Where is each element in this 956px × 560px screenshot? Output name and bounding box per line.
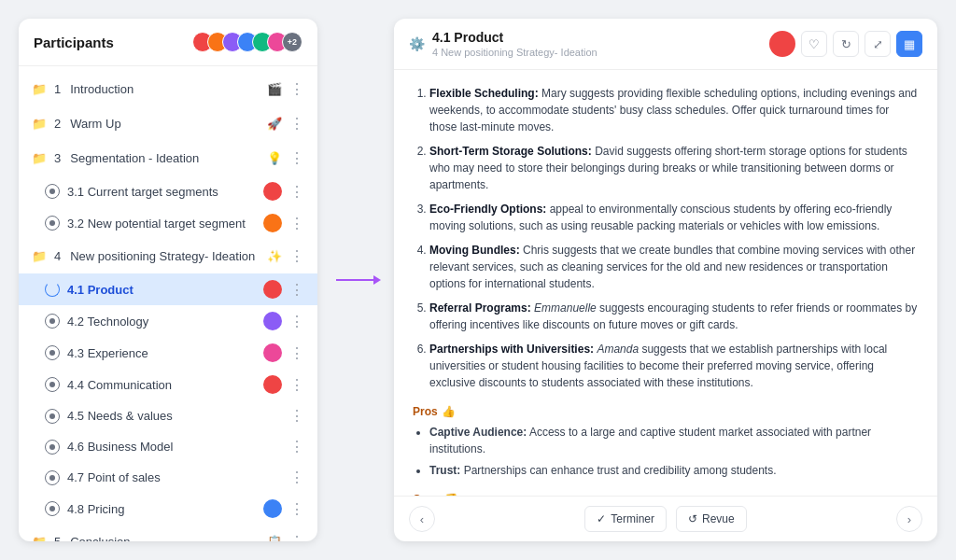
header-actions: ♡ ↻ ⤢ ▦ xyxy=(769,31,922,57)
section-menu-5[interactable]: ⋮ xyxy=(289,533,304,541)
content-title-block: 4.1 Product 4 New positioning Strategy- … xyxy=(432,30,598,58)
list-item-1: Flexible Scheduling: Mary suggests provi… xyxy=(429,85,919,135)
sub-menu-4-4[interactable]: ⋮ xyxy=(289,376,304,394)
pros-emoji: 👍 xyxy=(442,405,456,418)
sidebar-items: 📁 1 Introduction 🎬 ⋮ 📁 2 Warm Up 🚀 ⋮ 📁 3… xyxy=(19,66,317,541)
sub-icon-4-1 xyxy=(45,282,60,297)
list-item-4: Moving Bundles: Chris suggests that we c… xyxy=(429,242,919,292)
footer-actions: ✓ Terminer ↺ Revue xyxy=(584,506,746,532)
arrow-connector xyxy=(332,19,379,541)
app-container: Participants +2 📁 1 Introduction 🎬 ⋮ xyxy=(0,0,956,560)
sidebar-title: Participants xyxy=(34,35,114,50)
section-menu-1[interactable]: ⋮ xyxy=(289,80,304,98)
folder-icon-4: 📁 xyxy=(32,249,47,263)
content-title-area: ⚙️ 4.1 Product 4 New positioning Strateg… xyxy=(409,30,598,58)
sidebar-item-4-8[interactable]: 4.8 Pricing ⋮ xyxy=(19,493,317,525)
section-emoji-1: 🎬 xyxy=(267,82,282,96)
sub-icon-4-3 xyxy=(45,345,60,360)
section-number-5: 5 xyxy=(54,535,61,541)
arrow-head xyxy=(373,275,381,285)
section-number-2: 2 xyxy=(54,117,61,131)
list-item-5: Referral Programs: Emmanuelle suggests e… xyxy=(429,300,919,333)
list-item-2: Short-Term Storage Solutions: David sugg… xyxy=(429,143,919,193)
sub-menu-4-7[interactable]: ⋮ xyxy=(289,469,304,486)
folder-icon: 📁 xyxy=(32,82,47,96)
revue-button[interactable]: ↺ Revue xyxy=(676,506,747,532)
sub-label-3-1: 3.1 Current target segments xyxy=(67,185,256,199)
sub-icon-4-6 xyxy=(45,440,60,455)
item-5-bold: Referral Programs: xyxy=(429,301,531,315)
sub-menu-4-1[interactable]: ⋮ xyxy=(289,281,304,299)
footer-next-btn[interactable]: › xyxy=(896,506,922,532)
header-btn-grid[interactable]: ▦ xyxy=(896,31,922,57)
footer-prev-btn[interactable]: ‹ xyxy=(409,506,435,532)
section-emoji-4: ✨ xyxy=(267,249,282,263)
sidebar-item-4-2[interactable]: 4.2 Technology ⋮ xyxy=(19,305,317,337)
pros-1-bold: Captive Audience: xyxy=(429,426,527,439)
sidebar-section-4[interactable]: 📁 4 New positioning Strategy- Ideation ✨… xyxy=(19,239,317,273)
pros-text: Pros xyxy=(413,405,438,418)
content-subtitle: 4 New positioning Strategy- Ideation xyxy=(432,47,598,58)
sub-menu-4-6[interactable]: ⋮ xyxy=(289,438,304,455)
section-label-3: Segmentation - Ideation xyxy=(70,151,260,165)
content-icon: ⚙️ xyxy=(409,36,425,51)
sub-label-4-6: 4.6 Business Model xyxy=(67,440,282,454)
sub-icon-3-2 xyxy=(45,216,60,231)
section-number-4: 4 xyxy=(54,249,61,263)
sub-menu-4-3[interactable]: ⋮ xyxy=(289,344,304,362)
sub-menu-3-1[interactable]: ⋮ xyxy=(289,183,304,201)
section-label-2: Warm Up xyxy=(70,117,260,131)
header-btn-expand[interactable]: ⤢ xyxy=(865,31,891,57)
section-menu-3[interactable]: ⋮ xyxy=(289,149,304,167)
sidebar-item-4-3[interactable]: 4.3 Experience ⋮ xyxy=(19,337,317,369)
header-btn-heart[interactable]: ♡ xyxy=(801,31,827,57)
sidebar-item-4-7[interactable]: 4.7 Point of sales ⋮ xyxy=(19,462,317,493)
sidebar-item-4-1[interactable]: 4.1 Product ⋮ xyxy=(19,273,317,305)
content-list: Flexible Scheduling: Mary suggests provi… xyxy=(413,85,919,391)
section-menu-2[interactable]: ⋮ xyxy=(289,115,304,133)
pros-section: Pros 👍 Captive Audience: Access to a lar… xyxy=(413,402,919,479)
content-title: 4.1 Product xyxy=(432,30,598,45)
sidebar-item-3-1[interactable]: 3.1 Current target segments ⋮ xyxy=(19,175,317,207)
sub-avatar-3-1 xyxy=(263,182,282,201)
sub-icon-4-7 xyxy=(45,470,60,485)
sub-menu-4-5[interactable]: ⋮ xyxy=(289,407,304,425)
avatar-count: +2 xyxy=(282,32,302,52)
list-item-3: Eco-Friendly Options: appeal to environm… xyxy=(429,201,919,234)
sidebar-item-4-5[interactable]: 4.5 Needs & values ⋮ xyxy=(19,400,317,431)
sub-menu-4-2[interactable]: ⋮ xyxy=(289,313,304,330)
sidebar-section-5[interactable]: 📁 5 Conclusion 📋 ⋮ xyxy=(19,525,317,541)
section-emoji-3: 💡 xyxy=(267,151,282,165)
sub-avatar-4-2 xyxy=(263,312,282,330)
pros-item-2: Trust: Partnerships can enhance trust an… xyxy=(429,462,919,479)
sub-label-4-7: 4.7 Point of sales xyxy=(67,470,282,484)
item-4-bold: Moving Bundles: xyxy=(429,244,520,257)
sidebar-item-4-6[interactable]: 4.6 Business Model ⋮ xyxy=(19,431,317,462)
sub-icon-4-4 xyxy=(45,377,60,392)
sub-icon-3-1 xyxy=(45,184,60,199)
sub-icon-4-5 xyxy=(45,409,60,424)
sub-avatar-4-1 xyxy=(263,280,282,299)
section-menu-4[interactable]: ⋮ xyxy=(289,247,304,265)
sidebar-section-2[interactable]: 📁 2 Warm Up 🚀 ⋮ xyxy=(19,106,317,141)
sidebar-section-1[interactable]: 📁 1 Introduction 🎬 ⋮ xyxy=(19,72,317,106)
item-3-bold: Eco-Friendly Options: xyxy=(429,203,546,216)
terminer-label: Terminer xyxy=(611,512,654,525)
sidebar-section-3[interactable]: 📁 3 Segmentation - Ideation 💡 ⋮ xyxy=(19,141,317,175)
sidebar-item-3-2[interactable]: 3.2 New potential target segment ⋮ xyxy=(19,207,317,239)
revue-label: Revue xyxy=(702,512,735,525)
item-1-bold: Flexible Scheduling: xyxy=(429,87,539,100)
sub-menu-3-2[interactable]: ⋮ xyxy=(289,215,304,232)
section-label-1: Introduction xyxy=(70,82,260,96)
sidebar-header: Participants +2 xyxy=(19,19,317,66)
terminer-button[interactable]: ✓ Terminer xyxy=(584,506,667,532)
sub-menu-4-8[interactable]: ⋮ xyxy=(289,500,304,518)
sidebar-item-4-4[interactable]: 4.4 Communication ⋮ xyxy=(19,369,317,400)
sub-label-3-2: 3.2 New potential target segment xyxy=(67,217,256,231)
pros-item-1: Captive Audience: Access to a large and … xyxy=(429,424,919,457)
arrow-line xyxy=(336,279,375,281)
folder-icon-3: 📁 xyxy=(32,151,47,165)
item-6-bold: Partnerships with Universities: xyxy=(429,343,594,356)
folder-icon-5: 📁 xyxy=(32,535,47,541)
header-btn-refresh[interactable]: ↻ xyxy=(833,31,859,57)
